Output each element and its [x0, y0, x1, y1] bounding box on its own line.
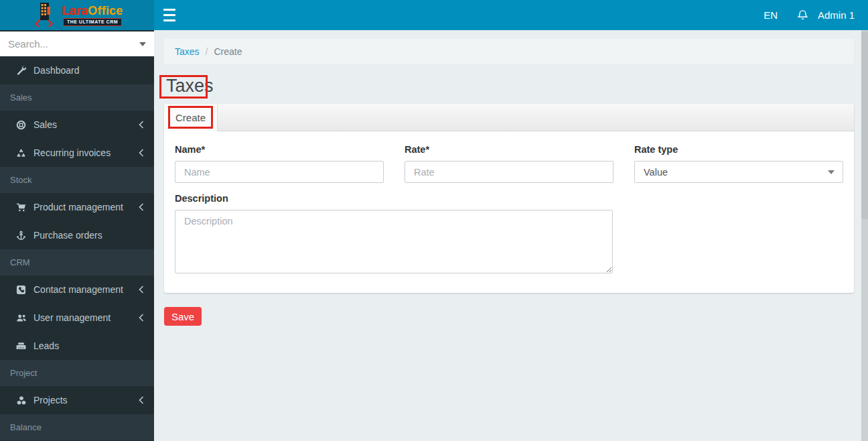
- chevron-left-icon: [139, 203, 144, 211]
- card-body: Name* Rate* Rate type Value Description: [164, 131, 854, 276]
- sidebar-item-label: User management: [33, 312, 111, 323]
- user-menu[interactable]: Admin 1: [818, 9, 855, 21]
- search-caret-icon: [139, 42, 146, 46]
- sidebar-item-label: Leads: [33, 340, 59, 351]
- users-icon: [15, 313, 27, 323]
- brand-tagline: THE ULTIMATE CRM: [63, 18, 122, 26]
- chevron-left-icon: [139, 149, 144, 157]
- page-title: Taxes: [166, 76, 214, 97]
- sidebar-item-contact-management[interactable]: Contact management: [0, 275, 154, 304]
- chevron-left-icon: [139, 121, 144, 129]
- sidebar-item-label: Product management: [33, 202, 123, 212]
- shopping-cart-icon: [15, 202, 27, 212]
- rate-label: Rate*: [405, 144, 613, 155]
- phone-square-icon: [15, 285, 27, 295]
- page-scrollbar[interactable]: [861, 30, 868, 441]
- sidebar-menu: Dashboard Sales Sales Recurring invoices…: [0, 56, 154, 440]
- sidebar-item-label: Recurring invoices: [33, 147, 111, 158]
- anchor-icon: [15, 231, 27, 241]
- sidebar-item-label: Contact management: [33, 284, 123, 295]
- notifications-bell-icon[interactable]: [797, 9, 808, 21]
- building-logo-icon: [31, 1, 58, 29]
- sidebar-item-purchase-orders[interactable]: Purchase orders: [0, 221, 154, 249]
- sidebar-section-crm: CRM: [0, 249, 154, 275]
- sidebar-item-dashboard[interactable]: Dashboard: [0, 56, 154, 84]
- chevron-left-icon: [139, 286, 144, 294]
- sidebar-item-label: Purchase orders: [33, 230, 102, 241]
- sidebar-item-leads[interactable]: Leads: [0, 332, 154, 360]
- name-field[interactable]: [175, 161, 384, 183]
- description-label: Description: [175, 193, 613, 204]
- chevron-left-icon: [139, 396, 144, 404]
- sidebar-toggle-button[interactable]: [163, 9, 175, 21]
- sidebar-search: [0, 32, 154, 56]
- description-field[interactable]: [175, 210, 613, 273]
- tab-create[interactable]: Create: [164, 104, 218, 131]
- brand-name: LaraOffice: [62, 5, 123, 17]
- sidebar-item-label: Projects: [33, 395, 68, 405]
- sidebar-item-recurring-invoices[interactable]: Recurring invoices: [0, 139, 154, 167]
- sidebar-section-balance: Balance: [0, 414, 154, 440]
- breadcrumb-link-taxes[interactable]: Taxes: [175, 46, 200, 57]
- breadcrumb: Taxes / Create: [164, 39, 854, 64]
- fax-icon: [15, 341, 27, 351]
- breadcrumb-current: Create: [214, 46, 242, 57]
- sidebar-item-label: Sales: [33, 119, 57, 130]
- logo-area: LaraOffice THE ULTIMATE CRM: [0, 0, 154, 30]
- rate-type-select[interactable]: Value: [634, 161, 843, 183]
- name-label: Name*: [175, 144, 384, 155]
- create-tax-card: Create Name* Rate* Rate type Value: [164, 104, 854, 293]
- language-selector[interactable]: EN: [764, 9, 778, 21]
- rate-field[interactable]: [405, 161, 613, 183]
- sidebar-item-sales[interactable]: Sales: [0, 111, 154, 139]
- cubes-icon: [15, 395, 27, 405]
- chevron-left-icon: [139, 314, 144, 322]
- breadcrumb-separator: /: [206, 46, 208, 57]
- sidebar-section-project: Project: [0, 360, 154, 386]
- sidebar: Dashboard Sales Sales Recurring invoices…: [0, 30, 154, 441]
- sidebar-section-stock: Stock: [0, 167, 154, 193]
- scrollbar-thumb[interactable]: [861, 32, 868, 219]
- sidebar-item-projects[interactable]: Projects: [0, 386, 154, 414]
- save-button[interactable]: Save: [164, 307, 202, 326]
- sidebar-section-sales: Sales: [0, 84, 154, 111]
- wrench-icon: [15, 66, 27, 76]
- card-header: Create: [164, 104, 854, 131]
- rate-type-label: Rate type: [634, 144, 843, 155]
- sidebar-item-user-management[interactable]: User management: [0, 304, 154, 332]
- sidebar-item-label: Dashboard: [33, 65, 80, 76]
- life-ring-icon: [15, 120, 27, 130]
- sidebar-item-product-management[interactable]: Product management: [0, 193, 154, 221]
- app-logo[interactable]: LaraOffice THE ULTIMATE CRM: [31, 1, 123, 29]
- recycle-icon: [15, 148, 27, 158]
- top-navbar: EN Admin 1: [154, 0, 868, 30]
- search-input[interactable]: [0, 32, 154, 56]
